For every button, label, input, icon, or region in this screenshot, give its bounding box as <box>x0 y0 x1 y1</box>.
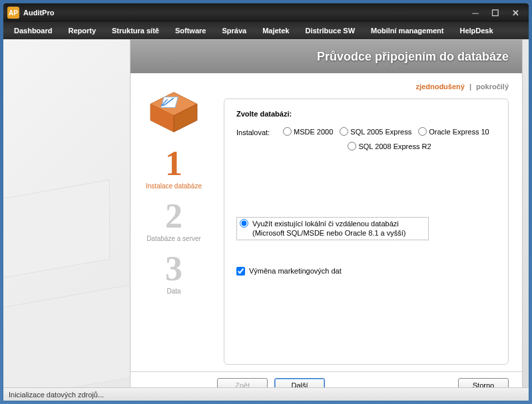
menubar: Dashboard Reporty Struktura sítě Softwar… <box>3 22 529 39</box>
choose-db-label: Zvolte databázi: <box>236 110 496 118</box>
close-button[interactable]: ✕ <box>506 7 525 19</box>
radio-existing-db-label[interactable]: Využít existující lokální či vzdálenou d… <box>252 219 425 238</box>
wizard-title: Průvodce připojením do databáze <box>131 40 522 73</box>
radio-sql2005[interactable] <box>340 127 348 136</box>
checkbox-marketing-data[interactable] <box>236 267 245 276</box>
svg-rect-3 <box>161 97 178 108</box>
step-number: 3 <box>137 252 210 286</box>
wizard-dialog: Průvodce připojením do databáze 1 <box>130 39 523 399</box>
radio-msde2000[interactable] <box>283 127 292 136</box>
mode-switch: zjednodušený | pokročilý <box>224 81 509 99</box>
step-number: 1 <box>137 146 210 181</box>
mode-advanced-link[interactable]: pokročilý <box>476 83 509 91</box>
content-area: Průvodce připojením do databáze 1 <box>3 39 529 401</box>
menu-majetek[interactable]: Majetek <box>254 24 297 37</box>
mode-separator: | <box>469 83 471 91</box>
menu-helpdesk[interactable]: HelpDesk <box>451 24 501 37</box>
wizard-step-3: 3 Data <box>137 252 210 295</box>
menu-distribuce[interactable]: Distribuce SW <box>297 24 363 37</box>
step-label: Data <box>137 288 210 295</box>
wizard-main: zjednodušený | pokročilý Zvolte databázi… <box>217 73 522 371</box>
background-decoration <box>3 284 136 401</box>
install-label: Instalovat: <box>236 127 283 136</box>
radio-msde2000-label[interactable]: MSDE 2000 <box>294 128 333 136</box>
menu-reporty[interactable]: Reporty <box>60 24 104 37</box>
database-box-icon <box>144 87 204 133</box>
maximize-button[interactable]: ☐ <box>486 7 505 19</box>
menu-dashboard[interactable]: Dashboard <box>6 24 60 37</box>
statusbar: Inicializace datových zdrojů... <box>3 387 529 401</box>
app-title: AuditPro <box>23 9 54 17</box>
radio-sql2005-label[interactable]: SQL 2005 Express <box>350 128 411 136</box>
menu-software[interactable]: Software <box>167 24 214 37</box>
app-icon: AP <box>7 7 19 19</box>
wizard-step-1: 1 Instalace databáze <box>137 146 210 190</box>
radio-oracle10[interactable] <box>418 127 427 136</box>
wizard-panel: Zvolte databázi: Instalovat: MSDE 2000 <box>224 99 509 365</box>
radio-oracle10-label[interactable]: Oracle Express 10 <box>429 128 489 136</box>
step-label: Databáze a server <box>137 235 210 242</box>
titlebar: AP AuditPro ─ ☐ ✕ <box>3 3 529 22</box>
step-number: 2 <box>137 199 210 234</box>
menu-sprava[interactable]: Správa <box>214 24 254 37</box>
app-window: AP AuditPro ─ ☐ ✕ Dashboard Reporty Stru… <box>3 3 529 401</box>
wizard-step-2: 2 Databáze a server <box>137 199 210 242</box>
wizard-sidebar: 1 Instalace databáze 2 Databáze a server… <box>131 73 217 371</box>
step-label: Instalace databáze <box>137 182 210 190</box>
radio-sql2008r2-label[interactable]: SQL 2008 Express R2 <box>358 142 431 150</box>
status-text: Inicializace datových zdrojů... <box>9 391 104 399</box>
checkbox-marketing-data-label[interactable]: Výměna marketingových dat <box>249 267 342 275</box>
radio-existing-db[interactable] <box>240 219 248 228</box>
radio-sql2008r2[interactable] <box>348 142 356 150</box>
mode-simple-link[interactable]: zjednodušený <box>416 83 465 91</box>
menu-mobilni[interactable]: Mobilní management <box>363 24 451 37</box>
background-decoration <box>3 180 110 286</box>
menu-struktura[interactable]: Struktura sítě <box>104 24 167 37</box>
minimize-button[interactable]: ─ <box>466 7 485 19</box>
